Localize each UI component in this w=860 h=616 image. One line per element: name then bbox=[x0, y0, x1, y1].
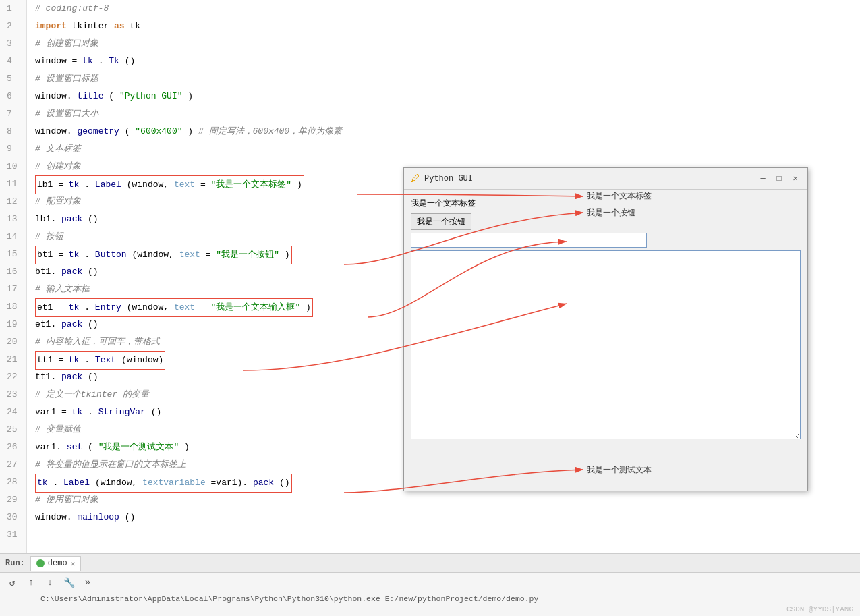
run-tab-icon bbox=[36, 559, 45, 567]
code-line-4: window = tk . Tk () bbox=[35, 53, 852, 70]
code-line-8: window. geometry ( "600x400" ) # 固定写法，60… bbox=[35, 123, 852, 140]
code-line-2: import tkinter as tk bbox=[35, 18, 852, 35]
run-toolbar: ↺ ↑ ↓ 🔧 » bbox=[0, 573, 860, 592]
gui-controls[interactable]: — □ ✕ bbox=[757, 173, 801, 184]
run-tab-close[interactable]: ✕ bbox=[71, 559, 76, 568]
settings-button[interactable]: 🔧 bbox=[62, 576, 76, 589]
code-line-29: # 使用窗口对象 bbox=[35, 491, 852, 509]
annotation-button: 我是一个按钮 bbox=[587, 207, 635, 219]
line1-text: # coding:utf-8 bbox=[35, 3, 109, 13]
line-numbers: 12345 678910 1112131415 1617181920 21222… bbox=[0, 0, 27, 553]
run-output-area: C:\Users\Administrator\AppData\Local\Pro… bbox=[0, 592, 860, 607]
code-line-6: window. title ( "Python GUI" ) bbox=[35, 88, 852, 105]
run-tab[interactable]: demo ✕ bbox=[30, 556, 81, 571]
close-button[interactable]: ✕ bbox=[790, 173, 801, 184]
code-line-7: # 设置窗口大小 bbox=[35, 105, 852, 123]
annotation-test: 我是一个测试文本 bbox=[587, 464, 652, 476]
code-line-31 bbox=[35, 526, 852, 544]
gui-titlebar: 🖊 Python GUI — □ ✕ bbox=[404, 168, 807, 190]
run-label: Run: bbox=[5, 559, 25, 568]
code-line-5: # 设置窗口标题 bbox=[35, 70, 852, 88]
gui-entry[interactable] bbox=[411, 233, 647, 248]
expand-button[interactable]: » bbox=[81, 576, 94, 589]
run-tab-bar: Run: demo ✕ bbox=[0, 554, 860, 573]
gui-text[interactable] bbox=[411, 250, 801, 439]
maximize-button[interactable]: □ bbox=[774, 173, 784, 184]
gui-title-icon: 🖊 bbox=[411, 173, 420, 184]
minimize-button[interactable]: — bbox=[757, 173, 768, 184]
scroll-down-button[interactable]: ↓ bbox=[43, 576, 57, 589]
run-command: C:\Users\Administrator\AppData\Local\Pro… bbox=[40, 594, 538, 603]
watermark: CSDN @YYDS|YANG bbox=[786, 605, 853, 613]
run-tab-name: demo bbox=[48, 559, 67, 568]
run-bar: Run: demo ✕ ↺ ↑ ↓ 🔧 » C:\Users\Administr… bbox=[0, 553, 860, 616]
code-line-30: window. mainloop () bbox=[35, 509, 852, 526]
code-line-1: # coding:utf-8 bbox=[35, 0, 852, 18]
scroll-up-button[interactable]: ↑ bbox=[24, 576, 38, 589]
annotation-label: 我是一个文本标签 bbox=[587, 190, 652, 202]
rerun-button[interactable]: ↺ bbox=[5, 576, 19, 589]
code-line-9: # 文本标签 bbox=[35, 140, 852, 158]
code-line-3: # 创建窗口对象 bbox=[35, 35, 852, 53]
gui-content: 我是一个文本标签 我是一个按钮 bbox=[404, 190, 807, 446]
gui-title-text: Python GUI bbox=[424, 174, 757, 184]
gui-button[interactable]: 我是一个按钮 bbox=[411, 213, 471, 230]
